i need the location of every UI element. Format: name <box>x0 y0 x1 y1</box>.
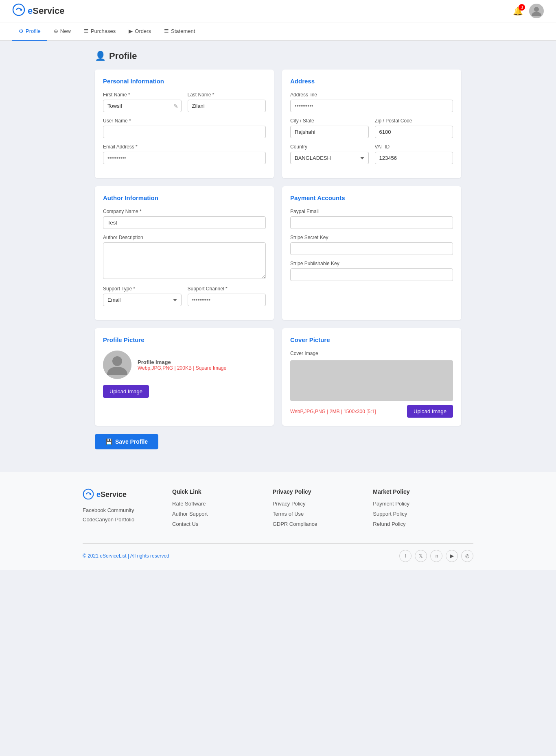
personal-section-title: Personal Information <box>103 78 266 85</box>
footer-top: eService Facebook Community CodeCanyon P… <box>83 488 473 531</box>
email-input[interactable] <box>103 152 266 164</box>
footer-privacy-policy[interactable]: Privacy Policy <box>273 501 373 507</box>
svg-point-3 <box>534 7 539 12</box>
paypal-label: Paypal Email <box>290 209 453 214</box>
svg-point-0 <box>13 4 24 15</box>
nav-new[interactable]: ⊕ New <box>47 22 77 41</box>
payment-card: Payment Accounts Paypal Email Stripe Sec… <box>282 186 461 320</box>
stripe-pub-label: Stripe Publishable Key <box>290 261 453 266</box>
notification-badge: 3 <box>519 4 525 11</box>
author-desc-group: Author Description <box>103 235 266 280</box>
profile-picture-card: Profile Picture Profile Image Webp,JPG,P… <box>95 328 274 426</box>
youtube-social-icon[interactable]: ▶ <box>446 550 458 562</box>
header-right: 🔔 3 <box>513 4 544 18</box>
footer-bottom: © 2021 eServiceList | All rights reserve… <box>83 543 473 562</box>
linkedin-social-icon[interactable]: in <box>430 550 442 562</box>
address-line-input[interactable] <box>290 100 453 112</box>
first-name-input-wrapper: ✎ <box>103 100 182 112</box>
first-name-input[interactable] <box>103 100 182 112</box>
country-vat-row: Country BANGLADESH VAT ID <box>290 144 453 164</box>
city-label: City / State <box>290 118 369 124</box>
nav-profile[interactable]: ⚙ Profile <box>12 22 47 41</box>
author-desc-input[interactable] <box>103 242 266 279</box>
nav-purchases[interactable]: ☰ Purchases <box>77 22 122 41</box>
footer-payment-policy[interactable]: Payment Policy <box>373 501 473 507</box>
payment-section-title: Payment Accounts <box>290 194 453 201</box>
page-title: 👤 Profile <box>95 51 461 61</box>
nav-orders[interactable]: ▶ Orders <box>122 22 158 41</box>
username-input[interactable] <box>103 126 266 138</box>
footer-contact-us[interactable]: Contact Us <box>172 521 273 527</box>
cover-image-label-group: Cover Image <box>290 351 453 356</box>
header: eService 🔔 3 <box>0 0 556 22</box>
privacy-title: Privacy Policy <box>273 488 373 495</box>
country-select[interactable]: BANGLADESH <box>290 152 369 164</box>
profile-avatar-preview <box>103 351 131 379</box>
page-title-icon: 👤 <box>95 51 106 61</box>
footer-facebook-link[interactable]: Facebook Community <box>83 507 172 513</box>
support-type-select[interactable]: Email <box>103 294 182 306</box>
zip-label: Zip / Postal Code <box>375 118 453 124</box>
footer-rate-software[interactable]: Rate Software <box>172 501 273 507</box>
save-profile-button[interactable]: 💾 Save Profile <box>95 434 158 449</box>
navigation: ⚙ Profile ⊕ New ☰ Purchases ▶ Orders ☰ S… <box>0 22 556 41</box>
first-name-label: First Name * <box>103 92 182 98</box>
logo-text: eService <box>28 6 65 16</box>
footer-gdpr[interactable]: GDPR Compliance <box>273 521 373 527</box>
stripe-secret-input[interactable] <box>290 242 453 255</box>
avatar[interactable] <box>529 4 544 18</box>
support-channel-label: Support Channel * <box>188 286 266 292</box>
profile-pic-section: Profile Image Webp,JPG,PNG | 200KB | Squ… <box>103 351 266 379</box>
footer-codecanyon-link[interactable]: CodeCanyon Portfolio <box>83 516 172 523</box>
footer-author-support[interactable]: Author Support <box>172 511 273 517</box>
svg-point-6 <box>83 489 94 499</box>
username-group: User Name * <box>103 118 266 138</box>
svg-point-7 <box>90 493 91 495</box>
support-type-label: Support Type * <box>103 286 182 292</box>
last-name-input[interactable] <box>188 100 266 112</box>
email-group: Email Address * <box>103 144 266 164</box>
vat-input[interactable] <box>375 152 453 164</box>
footer-refund-policy[interactable]: Refund Policy <box>373 521 473 527</box>
cover-upload-button[interactable]: Upload Image <box>407 405 453 418</box>
footer-logo: eService <box>83 488 172 501</box>
twitter-social-icon[interactable]: 𝕏 <box>415 550 427 562</box>
footer-brand: eService Facebook Community CodeCanyon P… <box>83 488 172 531</box>
company-group: Company Name * <box>103 209 266 229</box>
row-personal-address: Personal Information First Name * ✎ Last… <box>95 70 461 178</box>
facebook-social-icon[interactable]: f <box>399 550 412 562</box>
footer-quick-links: Quick Link Rate Software Author Support … <box>172 488 273 531</box>
profile-upload-button[interactable]: Upload Image <box>103 385 149 398</box>
instagram-social-icon[interactable]: ◎ <box>461 550 473 562</box>
cover-image-row: WebP,JPG,PNG | 2MB | 1500x300 [5:1] Uplo… <box>290 405 453 418</box>
zip-input[interactable] <box>375 126 453 138</box>
address-line-group: Address line <box>290 92 453 112</box>
stripe-pub-input[interactable] <box>290 268 453 281</box>
nav-statement[interactable]: ☰ Statement <box>158 22 201 41</box>
profile-image-label: Profile Image <box>138 359 226 365</box>
quick-link-title: Quick Link <box>172 488 273 495</box>
footer-support-policy[interactable]: Support Policy <box>373 511 473 517</box>
profile-image-info: Profile Image Webp,JPG,PNG | 200KB | Squ… <box>138 359 226 371</box>
row-pictures: Profile Picture Profile Image Webp,JPG,P… <box>95 328 461 426</box>
support-row: Support Type * Email Support Channel * <box>103 286 266 306</box>
profile-icon: ⚙ <box>19 28 24 34</box>
svg-point-1 <box>20 9 22 11</box>
personal-info-card: Personal Information First Name * ✎ Last… <box>95 70 274 178</box>
stripe-pub-group: Stripe Publishable Key <box>290 261 453 281</box>
footer-terms-of-use[interactable]: Terms of Use <box>273 511 373 517</box>
orders-icon: ▶ <box>129 28 133 34</box>
footer-market-links: Market Policy Payment Policy Support Pol… <box>373 488 473 531</box>
footer-copyright: © 2021 eServiceList | All rights reserve… <box>83 553 169 559</box>
stripe-secret-label: Stripe Secret Key <box>290 235 453 240</box>
cover-image-formats: WebP,JPG,PNG | 2MB | 1500x300 [5:1] <box>290 409 376 414</box>
support-channel-input[interactable] <box>188 294 266 306</box>
company-input[interactable] <box>103 216 266 229</box>
city-input[interactable] <box>290 126 369 138</box>
notification-bell[interactable]: 🔔 3 <box>513 6 523 16</box>
edit-icon: ✎ <box>173 103 178 109</box>
paypal-input[interactable] <box>290 216 453 229</box>
address-section-title: Address <box>290 78 453 85</box>
author-section-title: Author Information <box>103 194 266 201</box>
main-content: 👤 Profile Personal Information First Nam… <box>83 41 473 472</box>
